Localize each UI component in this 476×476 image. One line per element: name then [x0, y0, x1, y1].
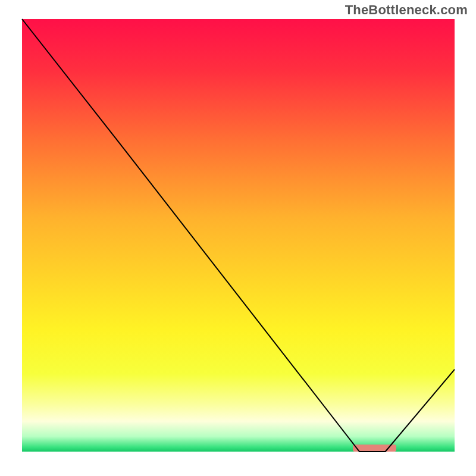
- plot-background: [22, 19, 455, 452]
- chart-canvas: TheBottleneck.com: [0, 0, 476, 476]
- chart-svg: [0, 0, 476, 476]
